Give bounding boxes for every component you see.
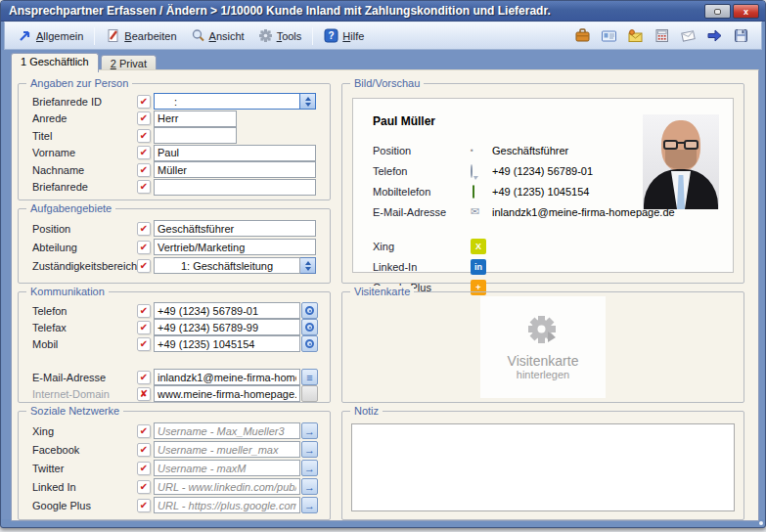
checked-icon[interactable]: ✔ [137, 129, 151, 143]
menu-ansicht[interactable]: Ansicht [184, 25, 251, 46]
gear-placeholder-icon [522, 314, 563, 349]
field-label: Position [32, 223, 137, 235]
group-aufgabengebiete: Aufgabengebiete Position ✔ Abteilung ✔ Z… [18, 208, 331, 284]
open-link-button[interactable]: → [301, 478, 318, 495]
email-input[interactable] [154, 369, 300, 385]
linkedin-input[interactable] [154, 478, 300, 495]
menu-separator [312, 27, 313, 45]
menu-hilfe[interactable]: ? Hilfe [317, 25, 371, 46]
group-soziale-netzwerke: Soziale Netzwerke Xing ✔ → Facebook ✔ → [18, 411, 331, 520]
group-bild-vorschau: Bild/Vorschau Paul Müller Position ▪ Ges… [341, 83, 744, 284]
checked-icon[interactable]: ✔ [137, 462, 151, 475]
googleplus-input[interactable] [154, 497, 300, 513]
resize-grip[interactable] [759, 521, 763, 525]
checked-icon[interactable]: ✔ [137, 180, 151, 194]
checked-icon[interactable]: ✔ [137, 111, 151, 125]
group-angaben-zur-person: Angaben zur Person Briefanrede ID ✔ Anre… [18, 83, 331, 200]
menu-bar: Allgemein Bearbeiten Ansicht Tools ? Hil… [4, 22, 762, 50]
briefanrede-id-combo[interactable] [154, 93, 300, 110]
xing-icon[interactable]: X [471, 239, 486, 254]
spinner-icon[interactable] [300, 257, 316, 274]
dial-button[interactable] [301, 302, 318, 319]
svg-text:?: ? [329, 30, 335, 41]
phone-icon [471, 164, 473, 178]
forward-arrow-icon[interactable] [706, 27, 723, 44]
bullet-icon: ▪ [471, 146, 492, 155]
vorname-input[interactable] [154, 145, 316, 161]
field-label: Nachname [32, 164, 137, 176]
telefon-input[interactable] [154, 302, 300, 319]
checked-icon[interactable]: ✔ [137, 95, 151, 109]
briefanrede-input[interactable] [154, 179, 316, 196]
visitenkarte-placeholder[interactable]: Visitenkarte hinterlegen [480, 296, 606, 398]
menu-allgemein[interactable]: Allgemein [11, 25, 90, 46]
abteilung-input[interactable] [154, 239, 316, 255]
checked-icon[interactable]: ✔ [137, 424, 151, 438]
checked-icon[interactable]: ✔ [137, 304, 151, 318]
business-card-icon[interactable] [601, 27, 617, 44]
field-label: Telefon [32, 305, 137, 317]
titel-input[interactable] [154, 127, 237, 144]
dial-button[interactable] [301, 335, 318, 352]
checked-icon[interactable]: ✔ [137, 499, 151, 512]
mobil-input[interactable] [154, 335, 300, 352]
anrede-input[interactable] [154, 111, 237, 127]
nachname-input[interactable] [154, 161, 316, 178]
position-input[interactable] [154, 220, 316, 237]
open-link-icon: → [304, 500, 315, 511]
open-link-icon: → [304, 444, 315, 456]
open-link-button[interactable]: → [301, 460, 318, 476]
restore-button[interactable] [704, 4, 731, 19]
menu-tools[interactable]: Tools [251, 25, 309, 46]
spinner-icon[interactable] [300, 93, 316, 110]
checked-icon[interactable]: ✔ [137, 241, 151, 254]
menu-bearbeiten[interactable]: Bearbeiten [99, 25, 183, 46]
checked-icon[interactable]: ✔ [137, 443, 151, 457]
checked-icon[interactable]: ✔ [137, 163, 151, 177]
open-link-button[interactable]: → [301, 497, 318, 513]
dial-button[interactable] [301, 319, 318, 335]
preview-label: Mobiltelefon [373, 186, 471, 198]
placeholder-text: Visitenkarte [508, 353, 579, 369]
twitter-input[interactable] [154, 460, 300, 476]
preview-label: Telefon [373, 165, 471, 177]
telefax-input[interactable] [154, 319, 300, 335]
domain-button-disabled [301, 385, 318, 402]
window-title: Ansprechpartner Erfassen / Ändern > 1/10… [1, 4, 551, 18]
briefcase-icon[interactable] [574, 27, 591, 44]
zustaendigkeitsbereich-combo[interactable] [154, 257, 300, 274]
calculator-icon[interactable] [653, 27, 670, 44]
menu-separator [94, 27, 95, 45]
content-area: 1 Geschäftlich 2 Privat Angaben zur Pers… [2, 50, 764, 519]
tab-geschaeftlich[interactable]: 1 Geschäftlich [11, 53, 99, 72]
xing-input[interactable] [154, 422, 300, 439]
checked-icon[interactable]: ✔ [137, 321, 151, 334]
preview-label: E-Mail-Adresse [373, 206, 471, 218]
magnifier-icon [191, 28, 205, 43]
close-button[interactable]: x [733, 4, 759, 19]
notiz-textarea[interactable] [351, 423, 735, 511]
checked-icon[interactable]: ✔ [137, 371, 151, 384]
email-menu-button[interactable]: ≡ [301, 369, 318, 385]
linkedin-icon[interactable]: in [471, 259, 486, 275]
checked-icon[interactable]: ✔ [137, 480, 151, 494]
open-link-button[interactable]: → [301, 422, 318, 439]
field-label: Google Plus [32, 500, 137, 511]
checked-icon[interactable]: ✔ [137, 146, 151, 159]
open-link-icon: → [304, 425, 315, 437]
save-icon[interactable] [733, 27, 749, 44]
title-bar[interactable]: Ansprechpartner Erfassen / Ändern > 1/10… [1, 1, 765, 22]
letter-icon[interactable] [680, 27, 697, 44]
checked-icon[interactable]: ✔ [137, 259, 151, 273]
dialog-window: Ansprechpartner Erfassen / Ändern > 1/10… [0, 0, 766, 528]
checked-icon[interactable]: ✔ [137, 337, 151, 351]
open-link-button[interactable]: → [301, 441, 318, 458]
field-label: Internet-Domain [32, 388, 137, 400]
crossed-icon[interactable]: ✘ [137, 387, 151, 401]
checked-icon[interactable]: ✔ [137, 222, 151, 236]
field-label: Mobil [32, 338, 137, 350]
contact-preview-card: Paul Müller Position ▪ Geschäftsführer T… [352, 98, 734, 273]
facebook-input[interactable] [154, 441, 300, 458]
send-mail-icon[interactable] [627, 27, 644, 44]
internet-domain-input[interactable] [154, 385, 300, 402]
